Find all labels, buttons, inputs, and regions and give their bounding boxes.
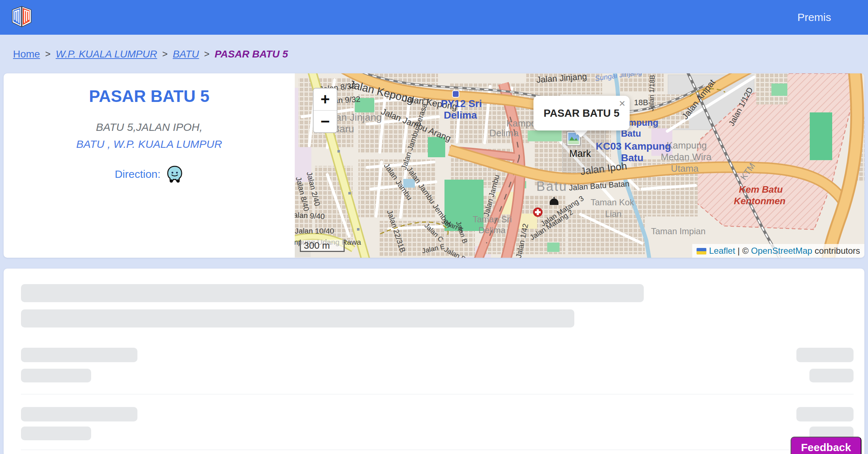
- details-card-loading: [4, 269, 864, 454]
- zoom-in-button[interactable]: +: [314, 89, 337, 111]
- skeleton-bar: [21, 309, 574, 327]
- popup-title: PASAR BATU 5: [533, 107, 630, 119]
- skeleton-bar: [21, 369, 91, 382]
- skeleton-bar: [796, 348, 854, 362]
- station-icon: [452, 91, 459, 97]
- skeleton-bar: [809, 369, 854, 382]
- map-zoom-control: + −: [313, 88, 337, 133]
- brand-logo-icon[interactable]: [11, 5, 33, 29]
- divider: [21, 394, 854, 394]
- zoom-out-button[interactable]: −: [314, 111, 337, 132]
- skeleton-bar: [21, 284, 644, 302]
- direction-row: Direction:: [4, 165, 295, 184]
- breadcrumb-district[interactable]: BATU: [173, 48, 199, 60]
- skeleton-bar: [796, 407, 854, 421]
- nav-premis-link[interactable]: Premis: [797, 0, 831, 35]
- map-popup: PASAR BATU 5 ×: [533, 96, 630, 130]
- premise-info-panel: PASAR BATU 5 BATU 5,JALAN IPOH, BATU , W…: [4, 73, 295, 258]
- breadcrumb-home[interactable]: Home: [13, 48, 40, 60]
- address-line-1: BATU 5,JALAN IPOH,: [4, 121, 295, 133]
- skeleton-bar: [21, 427, 91, 440]
- breadcrumb-separator: >: [204, 48, 209, 60]
- breadcrumb-separator: >: [162, 48, 167, 60]
- map[interactable]: Jalan KepongJalan KepongJalan JinjangJal…: [295, 73, 864, 258]
- leaflet-link[interactable]: Leaflet: [709, 246, 735, 256]
- waze-icon[interactable]: [166, 165, 184, 184]
- page-title: PASAR BATU 5: [4, 86, 295, 106]
- premise-card: PASAR BATU 5 BATU 5,JALAN IPOH, BATU , W…: [4, 73, 864, 258]
- copyright-symbol: ©: [742, 246, 749, 256]
- breadcrumb-separator: >: [45, 48, 51, 60]
- divider: [21, 450, 854, 450]
- feedback-button[interactable]: Feedback: [791, 437, 861, 454]
- map-attribution: Leaflet | © OpenStreetMap contributors: [692, 244, 865, 258]
- hospital-icon: [533, 207, 542, 217]
- breadcrumb-current: PASAR BATU 5: [214, 48, 288, 60]
- address-line-2: BATU , W.P. KUALA LUMPUR: [4, 138, 295, 150]
- direction-label: Direction:: [115, 168, 161, 180]
- osm-link[interactable]: OpenStreetMap: [751, 246, 812, 256]
- breadcrumb-bar: Home > W.P. KUALA LUMPUR > BATU > PASAR …: [0, 35, 868, 73]
- marker-alt-text: Mark: [569, 148, 591, 159]
- breadcrumb: Home > W.P. KUALA LUMPUR > BATU > PASAR …: [13, 35, 288, 73]
- skeleton-bar: [21, 348, 137, 362]
- ukraine-flag-icon: [697, 248, 706, 254]
- breadcrumb-state[interactable]: W.P. KUALA LUMPUR: [56, 48, 157, 60]
- popup-close-icon[interactable]: ×: [619, 97, 625, 110]
- attribution-divider: |: [737, 246, 740, 256]
- navbar: Premis: [0, 0, 868, 35]
- map-marker[interactable]: Mark: [562, 128, 606, 172]
- attribution-suffix: contributors: [815, 246, 860, 256]
- skeleton-bar: [21, 407, 137, 421]
- map-scale: 300 m: [300, 240, 345, 252]
